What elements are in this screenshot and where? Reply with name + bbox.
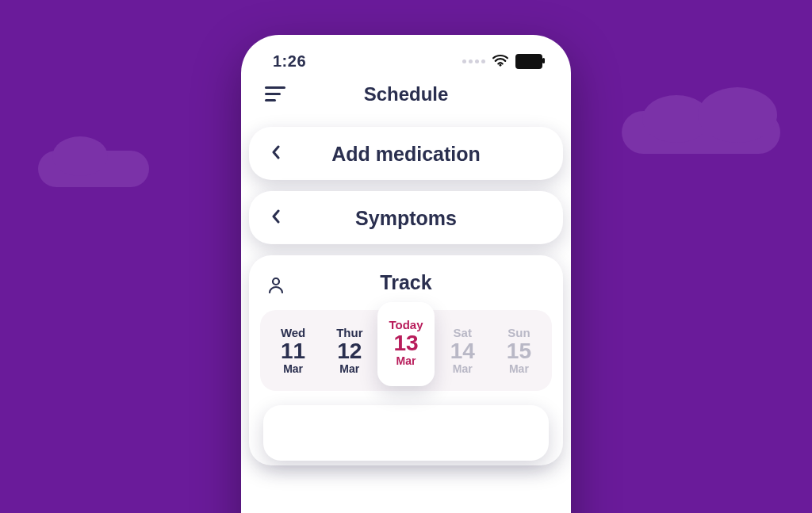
card-symptoms[interactable]: Symptoms: [249, 191, 563, 244]
phone-frame: 1:26 Schedule Add medication: [241, 35, 571, 513]
svg-point-1: [273, 278, 279, 285]
page-title: Schedule: [241, 83, 571, 105]
card-title: Add medication: [260, 143, 552, 166]
calendar-day-today[interactable]: Today 13 Mar: [377, 302, 434, 386]
calendar-strip[interactable]: Wed 11 Mar Thur 12 Mar Today 13 Mar Sat …: [260, 310, 552, 391]
battery-icon: [515, 54, 542, 69]
month-label: Mar: [377, 354, 434, 367]
month-label: Mar: [491, 362, 547, 375]
day-of-week: Wed: [265, 326, 321, 339]
stage: 1:26 Schedule Add medication: [0, 0, 812, 513]
day-of-week: Sun: [491, 326, 547, 339]
status-right-cluster: [462, 52, 542, 71]
status-bar: 1:26: [241, 35, 571, 77]
card-title: Track: [260, 271, 552, 294]
menu-icon[interactable]: [260, 82, 290, 106]
day-of-month: 12: [321, 339, 377, 362]
calendar-day[interactable]: Sat 14 Mar: [435, 321, 491, 380]
decorative-cloud-right: [622, 111, 780, 154]
decorative-cloud-left: [38, 151, 149, 187]
month-label: Mar: [435, 362, 491, 375]
day-of-week: Today: [377, 318, 434, 331]
back-chevron-icon[interactable]: [265, 203, 287, 233]
calendar-day[interactable]: Wed 11 Mar: [265, 321, 321, 380]
card-add-medication[interactable]: Add medication: [249, 127, 563, 180]
status-time: 1:26: [273, 52, 306, 71]
day-of-month: 11: [265, 339, 321, 362]
day-of-week: Sat: [435, 326, 491, 339]
day-of-month: 14: [435, 339, 491, 362]
calendar-day[interactable]: Sun 15 Mar: [491, 321, 547, 380]
svg-point-0: [500, 64, 502, 67]
back-chevron-icon[interactable]: [265, 139, 287, 169]
month-label: Mar: [321, 362, 377, 375]
app-nav: Schedule: [241, 77, 571, 116]
day-of-month: 13: [377, 331, 434, 354]
calendar-day[interactable]: Thur 12 Mar: [321, 321, 377, 380]
card-title: Symptoms: [260, 207, 552, 230]
track-content-card[interactable]: [263, 405, 549, 461]
profile-icon[interactable]: [263, 273, 289, 301]
card-track: Track Wed 11 Mar Thur 12 Mar Today 13 Ma…: [249, 255, 563, 465]
month-label: Mar: [265, 362, 321, 375]
wifi-icon: [492, 52, 509, 71]
day-of-week: Thur: [321, 326, 377, 339]
cellular-dots-icon: [462, 59, 485, 63]
day-of-month: 15: [491, 339, 547, 362]
